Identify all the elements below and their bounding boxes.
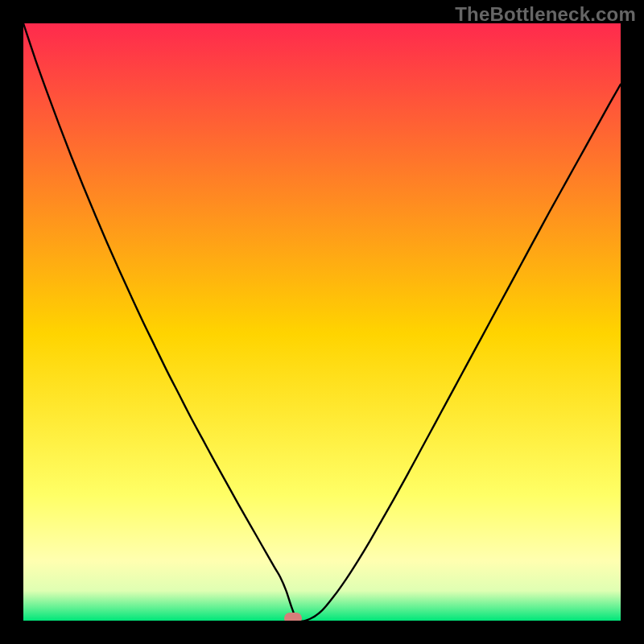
gradient-background	[23, 23, 621, 621]
watermark-text: TheBottleneck.com	[455, 3, 636, 26]
chart-svg	[23, 23, 621, 621]
optimum-marker	[284, 613, 302, 621]
image-root: TheBottleneck.com	[0, 0, 644, 644]
plot-area	[23, 23, 621, 621]
